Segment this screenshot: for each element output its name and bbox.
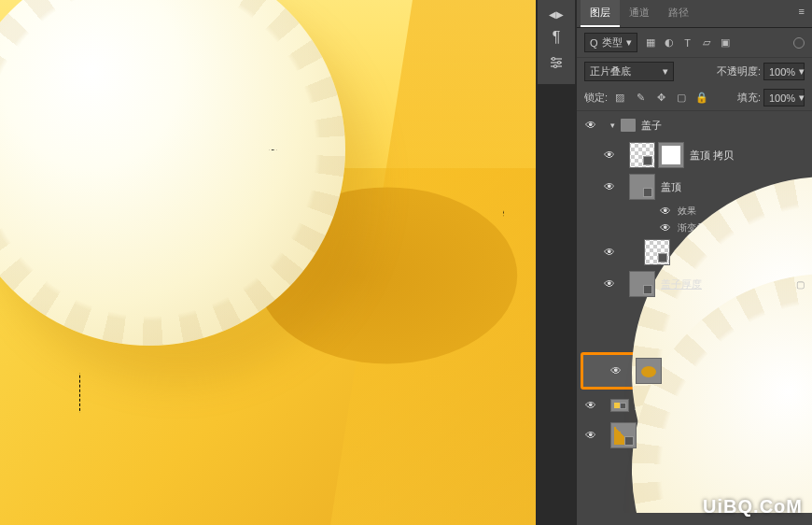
opacity-control[interactable]: 不透明度: 100%▾	[717, 63, 805, 80]
chevron-down-icon: ▾	[663, 65, 668, 78]
tab-channels[interactable]: 通道	[620, 0, 659, 27]
lock-brush-icon[interactable]: ✎	[632, 90, 649, 106]
layer-thumbnail[interactable]	[610, 422, 637, 448]
lock-artboard-icon[interactable]: ▢	[673, 90, 690, 106]
visibility-toggle[interactable]: 👁	[602, 364, 630, 377]
filter-adjust-icon[interactable]: ◐	[661, 35, 678, 51]
watermark-text: UiBQ.CoM	[703, 496, 803, 518]
visibility-toggle[interactable]: 👁	[577, 399, 605, 412]
filter-toggle-switch[interactable]	[793, 37, 805, 49]
layer-thumbnail[interactable]	[644, 239, 670, 265]
layer-thumbnail[interactable]	[610, 399, 629, 412]
visibility-toggle[interactable]: 👁	[577, 429, 605, 442]
opacity-label: 不透明度:	[717, 64, 761, 78]
fill-value: 100%	[769, 92, 795, 104]
expand-icon[interactable]: ◀▶	[549, 9, 564, 20]
panel-tabs: 图层 通道 路径 ≡	[577, 0, 812, 28]
filter-type-icon[interactable]: T	[679, 35, 696, 51]
filter-icon-group: ▦ ◐ T ▱ ▣	[642, 35, 734, 51]
blend-opacity-row: 正片叠底 ▾ 不透明度: 100%▾	[577, 58, 812, 85]
search-icon: Q	[590, 37, 598, 49]
folder-icon	[621, 119, 636, 132]
lock-position-icon[interactable]: ✥	[652, 90, 669, 106]
right-tool-strip: ◀▶ ¶	[538, 0, 575, 84]
lock-row: 锁定: ▨ ✎ ✥ ▢ 🔒 填充: 100%▾	[577, 85, 812, 111]
layer-cap-top-copy[interactable]: 👁 盖顶 拷贝	[577, 139, 812, 171]
svg-point-3	[553, 58, 555, 61]
layer-name: 盖顶 拷贝	[690, 149, 806, 163]
layer-cap-top[interactable]: 👁 盖顶	[577, 171, 812, 203]
visibility-toggle[interactable]: 👁	[595, 180, 623, 193]
canvas-viewport[interactable]	[0, 0, 536, 525]
chevron-down-icon[interactable]: ▾	[610, 121, 615, 130]
layer-thumbnail[interactable]	[636, 358, 662, 384]
layers-panel: 图层 通道 路径 ≡ Q 类型 ▾ ▦ ◐ T ▱ ▣ 正片叠底 ▾ 不透明度:…	[577, 0, 812, 525]
layer-name: 盖子	[641, 119, 806, 133]
tab-layers[interactable]: 图层	[581, 0, 620, 27]
lock-transparency-icon[interactable]: ▨	[611, 90, 628, 106]
lock-label: 锁定:	[584, 91, 608, 105]
svg-point-4	[558, 62, 561, 64]
filter-shape-icon[interactable]: ▱	[698, 35, 715, 51]
visibility-toggle[interactable]: 👁	[595, 149, 623, 162]
layer-thumbnail[interactable]	[629, 174, 655, 200]
layer-list: 👁 ▾ 盖子 👁 盖顶 拷贝 👁 盖顶 👁效果 👁渐变叠加 👁 瓶盖线	[577, 111, 812, 513]
panel-menu-icon[interactable]: ≡	[795, 0, 808, 27]
filter-type-label: 类型	[602, 35, 623, 50]
blend-mode-value: 正片叠底	[590, 64, 631, 78]
fill-label: 填充:	[737, 91, 761, 105]
fill-control[interactable]: 填充: 100%▾	[737, 89, 805, 106]
blend-mode-dropdown[interactable]: 正片叠底 ▾	[584, 62, 674, 81]
layer-filter-row: Q 类型 ▾ ▦ ◐ T ▱ ▣	[577, 28, 812, 58]
visibility-toggle[interactable]: 👁	[595, 277, 623, 291]
layer-group-cap[interactable]: 👁 ▾ 盖子	[577, 111, 812, 139]
mask-thumbnail[interactable]	[658, 142, 684, 168]
chevron-down-icon: ▾	[799, 65, 805, 78]
paragraph-icon[interactable]: ¶	[553, 29, 561, 46]
chevron-down-icon: ▾	[626, 36, 632, 49]
visibility-toggle[interactable]: 👁	[595, 246, 623, 259]
svg-point-5	[554, 65, 557, 68]
layer-thumbnail[interactable]	[629, 271, 655, 297]
chevron-down-icon: ▾	[799, 92, 805, 104]
lock-all-icon[interactable]: 🔒	[693, 90, 710, 106]
fx-label: 效果	[678, 205, 696, 218]
filter-smart-icon[interactable]: ▣	[717, 35, 734, 51]
filter-type-dropdown[interactable]: Q 类型 ▾	[584, 33, 637, 52]
visibility-toggle[interactable]: 👁	[577, 119, 605, 132]
sliders-icon[interactable]	[549, 55, 564, 74]
layer-cap-thickness[interactable]: 👁 盖子厚度 ▢	[577, 268, 812, 300]
filter-pixel-icon[interactable]: ▦	[642, 35, 659, 51]
layer-thumbnail[interactable]	[629, 142, 655, 168]
opacity-value: 100%	[769, 66, 795, 78]
clipping-indicator-icon: ▢	[796, 279, 805, 290]
tab-paths[interactable]: 路径	[659, 0, 698, 27]
